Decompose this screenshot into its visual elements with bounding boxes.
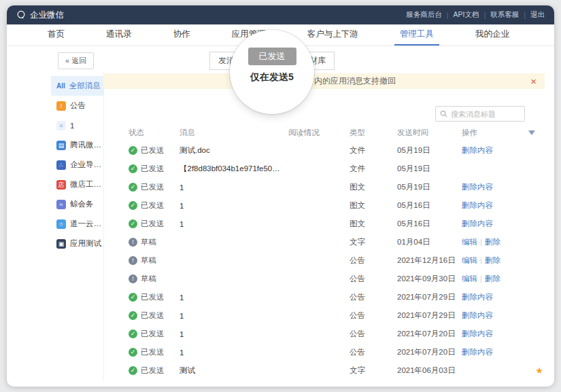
action-link-编辑[interactable]: 编辑 <box>462 274 477 283</box>
action-link-删除内容[interactable]: 删除内容 <box>462 293 493 301</box>
date-cell: 2021年07月29日 <box>397 310 462 321</box>
table-row: !草稿公告2021年12月16日编辑|删除 <box>112 251 543 270</box>
status-label: 草稿 <box>141 274 156 284</box>
tab-sent-highlight[interactable]: 已发送 <box>248 48 296 65</box>
topbar-link-2[interactable]: API文档 <box>454 10 479 20</box>
action-link-删除内容[interactable]: 删除内容 <box>462 348 493 356</box>
status-cell: !草稿 <box>129 237 180 247</box>
sidebar-item-label: 公告 <box>70 101 86 111</box>
type-cell: 文件 <box>350 145 397 156</box>
table-row: ✓已发送【2f8d83bf034b1e971fe5083eea...文件05月1… <box>112 160 543 178</box>
sidebar-item-微店工作台[interactable]: 店微店工作台 <box>51 175 104 194</box>
star-icon[interactable]: ★ <box>535 366 543 376</box>
actions-cell: 删除内容 <box>462 347 528 357</box>
type-cell: 图文 <box>350 182 397 192</box>
action-link-删除内容[interactable]: 删除内容 <box>462 329 493 338</box>
status-cell: !草稿 <box>129 274 180 284</box>
sidebar-item-道一云OA[interactable]: ○道一云OA <box>51 214 104 234</box>
shop-icon: 店 <box>56 180 66 190</box>
brand-name: 企业微信 <box>30 10 64 21</box>
nav-tab-首页[interactable]: 首页 <box>42 24 70 46</box>
sidebar-item-企业导购员[interactable]: ∴企业导购员 <box>51 155 104 175</box>
nav-tab-我的企业[interactable]: 我的企业 <box>470 24 515 46</box>
topbar-link-3[interactable]: 联系客服 <box>490 10 519 20</box>
topbar-link-4[interactable]: 退出 <box>530 10 545 20</box>
tour-highlight-text: 仅在发送5 <box>250 71 294 84</box>
status-label: 已发送 <box>141 200 165 211</box>
table-row: !草稿公告2021年09月30日编辑|删除 <box>112 270 543 288</box>
back-button[interactable]: « 返回 <box>58 52 94 69</box>
filter-icon[interactable] <box>528 130 535 135</box>
sent-status-icon: ✓ <box>129 201 137 210</box>
nav-tab-客户与上下游[interactable]: 客户与上下游 <box>302 24 364 46</box>
actions-cell: 删除内容 <box>462 310 528 321</box>
table-row: ✓已发送测试.doc文件05月19日删除内容 <box>112 141 543 160</box>
sidebar-item-腾讯微文档[interactable]: ▤腾讯微文档 <box>51 135 104 155</box>
action-link-删除内容[interactable]: 删除内容 <box>462 183 493 191</box>
action-link-删除内容[interactable]: 删除内容 <box>462 146 493 154</box>
message-cell: 1 <box>180 183 288 192</box>
notice-bar: 内的应用消息支持撤回 × <box>103 73 545 89</box>
actions-cell: 编辑|删除 <box>462 274 528 284</box>
close-icon[interactable]: × <box>530 76 537 86</box>
app-window: 企业微信 服务商后台|API文档|联系客服|退出 首页通讯录协作应用管理客户与上… <box>7 5 554 387</box>
table-row: ✓已发送1公告2021年07月20日删除内容 <box>112 325 543 343</box>
link-separator: | <box>524 11 526 19</box>
nav-tab-管理工具[interactable]: 管理工具 <box>394 24 439 46</box>
action-link-编辑[interactable]: 编辑 <box>462 256 477 264</box>
wework-logo-icon <box>16 10 26 20</box>
type-cell: 公告 <box>350 255 397 266</box>
status-label: 已发送 <box>141 329 165 339</box>
table-row: ✓已发送1图文05月19日删除内容 <box>112 178 543 196</box>
action-link-删除[interactable]: 删除 <box>485 274 500 283</box>
date-cell: 2021年07月20日 <box>397 329 462 339</box>
sent-status-icon: ✓ <box>129 146 137 155</box>
topbar-link-1[interactable]: 服务商后台 <box>406 10 442 20</box>
action-link-删除[interactable]: 删除 <box>485 256 500 264</box>
column-header-发送时间: 发送时间 <box>397 128 462 138</box>
message-cell: 1 <box>180 202 288 210</box>
action-link-删除内容[interactable]: 删除内容 <box>462 219 493 228</box>
tour-spotlight: 已发送 仅在发送5 <box>233 33 311 111</box>
action-link-删除内容[interactable]: 删除内容 <box>462 201 493 209</box>
brand[interactable]: 企业微信 <box>16 10 64 21</box>
actions-cell: 编辑|删除 <box>462 237 528 247</box>
date-cell: 2021年12月16日 <box>397 255 462 266</box>
status-label: 已发送 <box>141 366 165 376</box>
type-cell: 公告 <box>350 292 397 302</box>
actions-cell: 删除内容 <box>462 182 528 192</box>
sidebar-item-label: 微店工作台 <box>70 179 104 190</box>
table-body: ✓已发送测试.doc文件05月19日删除内容✓已发送【2f8d83bf034b1… <box>112 141 543 380</box>
date-cell: 05月16日 <box>397 219 462 229</box>
action-separator: | <box>480 238 482 246</box>
sidebar-item-label: 道一云OA <box>70 219 104 229</box>
action-link-删除[interactable]: 删除 <box>485 238 500 246</box>
topbar-links: 服务商后台|API文档|联系客服|退出 <box>406 10 545 20</box>
table-row: ✓已发送1图文05月16日删除内容 <box>112 215 543 233</box>
sidebar-item-全部消息[interactable]: All全部消息 <box>51 76 104 96</box>
column-header-操作: 操作 <box>462 128 528 138</box>
table-header: 状态消息阅读情况类型发送时间操作 <box>112 124 543 141</box>
actions-cell: 删除内容 <box>462 145 528 156</box>
status-label: 已发送 <box>141 292 165 302</box>
doc-icon: ▤ <box>56 141 66 150</box>
status-cell: !草稿 <box>129 255 180 266</box>
type-cell: 文字 <box>350 366 397 376</box>
sidebar-item-1[interactable]: ≡1 <box>51 115 104 135</box>
actions-cell: 删除内容 <box>462 200 528 211</box>
action-link-编辑[interactable]: 编辑 <box>462 238 477 246</box>
status-cell: ✓已发送 <box>129 182 180 192</box>
cloud-icon: ○ <box>56 219 66 229</box>
sidebar-item-公告[interactable]: !公告 <box>51 96 104 115</box>
search-input[interactable] <box>451 110 520 118</box>
sidebar-item-应用测试[interactable]: ▣应用测试 <box>51 234 104 253</box>
action-link-删除内容[interactable]: 删除内容 <box>462 311 493 319</box>
message-table: 状态消息阅读情况类型发送时间操作 ✓已发送测试.doc文件05月19日删除内容✓… <box>112 124 543 387</box>
nav-tab-协作[interactable]: 协作 <box>168 24 196 46</box>
sent-status-icon: ✓ <box>129 219 137 228</box>
type-cell: 文件 <box>350 164 397 174</box>
message-cell: 1 <box>180 293 288 302</box>
nav-tab-通讯录[interactable]: 通讯录 <box>101 24 137 46</box>
sidebar-item-鲸会务[interactable]: ≈鲸会务 <box>51 194 104 214</box>
message-cell: 1 <box>180 312 288 320</box>
